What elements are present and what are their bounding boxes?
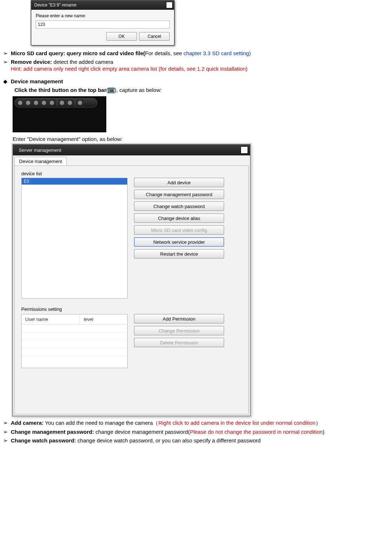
rename-title: Device "E3 9" rename — [34, 3, 76, 8]
bullet-remove: ➢ Remove device: detect the added camera… — [0, 59, 392, 72]
col-level: level — [80, 314, 127, 324]
device-list-item[interactable]: E3 — [22, 178, 127, 185]
add-permission-button[interactable]: Add Permission — [134, 314, 224, 323]
add-camera-text: You can add the need to manage the camer… — [44, 420, 159, 426]
click-line: Click the third button on the top bar(),… — [14, 87, 392, 93]
rename-input[interactable] — [36, 21, 170, 28]
chg-mgmt-red: Please do not change the password in nor… — [190, 429, 323, 435]
toolbar-icon[interactable] — [25, 100, 31, 106]
toolbar-icon[interactable] — [41, 100, 47, 106]
rename-titlebar: Device "E3 9" rename ✕ — [31, 1, 174, 10]
server-titlebar: Server management ✕ — [13, 145, 250, 155]
toolbar-icon[interactable] — [49, 100, 55, 106]
restart-device-button[interactable]: Restart the device — [134, 249, 224, 259]
toolbar-icon[interactable] — [67, 100, 73, 106]
camera-icon — [108, 88, 115, 93]
col-user: User name — [22, 314, 80, 324]
click-bold: Click the third button on the top bar — [14, 87, 106, 93]
add-camera-bold: Add camera: — [11, 420, 44, 426]
add-device-button[interactable]: Add device — [134, 178, 224, 187]
bullet-add-camera: ➢ Add camera: You can add the need to ma… — [0, 420, 392, 427]
hint-red: Hint: add camera only need right click e… — [11, 66, 392, 72]
remove-bold: Remove device: — [11, 59, 52, 65]
close-icon[interactable]: ✕ — [241, 146, 248, 154]
table-row — [22, 332, 127, 340]
rename-prompt: Please enter a new name: — [36, 13, 170, 18]
add-camera-red: Right click to add camera in the device … — [158, 420, 315, 426]
table-row — [22, 348, 127, 356]
bullet-change-watch-pw: ➢ Change watch password: change device w… — [0, 437, 392, 444]
heading-device-mgmt: ◆ Device management — [0, 78, 392, 85]
chg-watch-text: change device watch password, or you can… — [76, 437, 261, 444]
toolbar-icon[interactable] — [33, 100, 39, 106]
cancel-button[interactable]: Cancel — [139, 32, 170, 41]
ok-button[interactable]: OK — [106, 32, 137, 41]
change-alias-button[interactable]: Change device alias — [134, 213, 224, 223]
delete-permission-button[interactable]: Delete Permission — [134, 338, 224, 347]
sd-config-button[interactable]: Micro SD card video config — [134, 225, 224, 235]
rename-dialog: Device "E3 9" rename ✕ Please enter a ne… — [31, 0, 175, 46]
enter-text: Enter "Device management" option, as bel… — [13, 136, 392, 142]
network-service-button[interactable]: Network service provider — [134, 237, 224, 247]
tab-device-management[interactable]: Device management — [14, 157, 67, 166]
device-list-label: device list — [21, 171, 242, 176]
sd-tail: For details, see — [145, 50, 184, 56]
device-list[interactable]: E3 — [21, 178, 128, 299]
close-icon[interactable]: ✕ — [166, 2, 173, 8]
toolbar-icon[interactable] — [59, 100, 65, 106]
sd-bold: Micro SD card query: query micro sd card… — [11, 50, 145, 56]
change-watch-password-button[interactable]: Change watch password — [134, 202, 224, 211]
bullet-sd: ➢ Micro SD card query: query micro sd ca… — [0, 50, 392, 57]
chg-mgmt-bold: Change management password: — [11, 429, 94, 435]
toolbar-screenshot — [13, 96, 106, 132]
permissions-table[interactable]: User name level — [21, 314, 128, 368]
sd-link[interactable]: chapter 3.3 SD card setting) — [183, 50, 251, 56]
server-management-dialog: Server management ✕ Device management de… — [13, 144, 250, 416]
change-permission-button[interactable]: Change Permission — [134, 326, 224, 335]
devmgmt-heading: Device management — [11, 78, 392, 84]
chg-watch-bold: Change watch password: — [11, 437, 76, 444]
toolbar-icon[interactable] — [77, 100, 83, 106]
server-title: Server management — [19, 147, 61, 153]
remove-rest: detect the added camera — [52, 59, 113, 65]
permissions-label: Permissions setting — [21, 306, 242, 312]
change-mgmt-password-button[interactable]: Change management password — [134, 190, 224, 199]
table-row — [22, 340, 127, 348]
chg-mgmt-text: change device management password( — [94, 429, 190, 435]
bullet-change-mgmt-pw: ➢ Change management password: change dev… — [0, 429, 392, 435]
toolbar-icon[interactable] — [17, 100, 23, 106]
table-row — [22, 325, 127, 332]
